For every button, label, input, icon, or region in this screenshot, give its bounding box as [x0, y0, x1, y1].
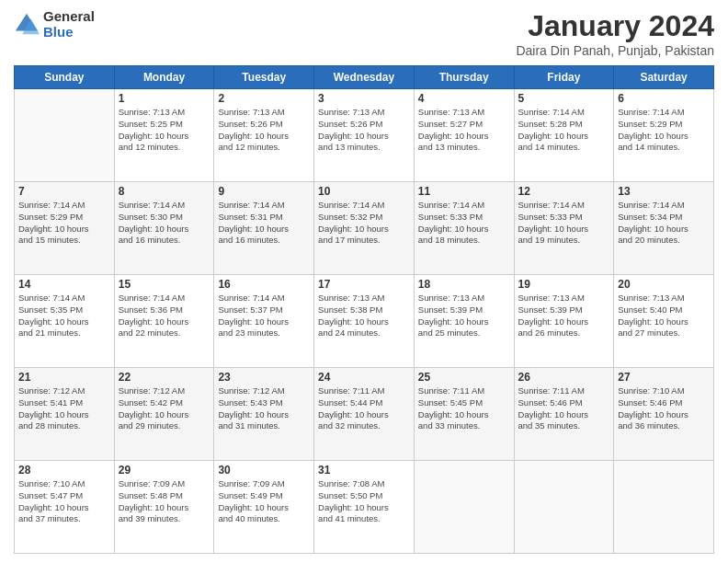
day-info: Sunrise: 7:14 AM Sunset: 5:37 PM Dayligh…: [218, 293, 310, 339]
page: General Blue January 2024 Daira Din Pana…: [0, 0, 728, 563]
day-cell: 5Sunrise: 7:14 AM Sunset: 5:28 PM Daylig…: [514, 89, 614, 182]
day-cell: 31Sunrise: 7:08 AM Sunset: 5:50 PM Dayli…: [314, 461, 415, 554]
header-row: SundayMondayTuesdayWednesdayThursdayFrid…: [15, 66, 714, 89]
logo-blue-text: Blue: [43, 25, 95, 40]
week-row-4: 21Sunrise: 7:12 AM Sunset: 5:41 PM Dayli…: [15, 368, 714, 461]
week-row-1: 1Sunrise: 7:13 AM Sunset: 5:25 PM Daylig…: [15, 89, 714, 182]
day-cell: [414, 461, 514, 554]
day-info: Sunrise: 7:12 AM Sunset: 5:41 PM Dayligh…: [18, 385, 110, 432]
day-info: Sunrise: 7:13 AM Sunset: 5:25 PM Dayligh…: [119, 107, 210, 154]
day-cell: 27Sunrise: 7:10 AM Sunset: 5:46 PM Dayli…: [614, 368, 714, 461]
day-number: 24: [318, 371, 410, 384]
header: General Blue January 2024 Daira Din Pana…: [14, 9, 714, 58]
title-block: January 2024 Daira Din Panah, Punjab, Pa…: [516, 9, 714, 58]
day-number: 8: [119, 185, 210, 198]
day-number: 19: [518, 278, 610, 291]
day-number: 9: [218, 185, 310, 198]
day-info: Sunrise: 7:08 AM Sunset: 5:50 PM Dayligh…: [318, 478, 410, 525]
logo: General Blue: [14, 9, 95, 40]
day-info: Sunrise: 7:13 AM Sunset: 5:39 PM Dayligh…: [418, 293, 510, 339]
day-cell: 4Sunrise: 7:13 AM Sunset: 5:27 PM Daylig…: [414, 89, 514, 182]
day-number: 14: [18, 278, 110, 291]
day-info: Sunrise: 7:13 AM Sunset: 5:26 PM Dayligh…: [318, 107, 410, 154]
day-cell: 12Sunrise: 7:14 AM Sunset: 5:33 PM Dayli…: [514, 182, 614, 275]
day-cell: 19Sunrise: 7:13 AM Sunset: 5:39 PM Dayli…: [514, 275, 614, 368]
day-number: 4: [418, 92, 510, 105]
location: Daira Din Panah, Punjab, Pakistan: [516, 43, 714, 58]
week-row-2: 7Sunrise: 7:14 AM Sunset: 5:29 PM Daylig…: [15, 182, 714, 275]
day-cell: 30Sunrise: 7:09 AM Sunset: 5:49 PM Dayli…: [214, 461, 314, 554]
day-info: Sunrise: 7:14 AM Sunset: 5:31 PM Dayligh…: [218, 200, 310, 247]
day-cell: 13Sunrise: 7:14 AM Sunset: 5:34 PM Dayli…: [614, 182, 714, 275]
day-info: Sunrise: 7:14 AM Sunset: 5:29 PM Dayligh…: [618, 107, 710, 154]
day-info: Sunrise: 7:11 AM Sunset: 5:45 PM Dayligh…: [418, 385, 510, 432]
day-number: 22: [119, 371, 210, 384]
day-cell: 25Sunrise: 7:11 AM Sunset: 5:45 PM Dayli…: [414, 368, 514, 461]
day-number: 11: [418, 185, 510, 198]
day-info: Sunrise: 7:13 AM Sunset: 5:26 PM Dayligh…: [218, 107, 310, 154]
day-info: Sunrise: 7:14 AM Sunset: 5:33 PM Dayligh…: [518, 200, 610, 247]
day-info: Sunrise: 7:10 AM Sunset: 5:46 PM Dayligh…: [618, 385, 710, 432]
day-number: 7: [18, 185, 110, 198]
day-number: 18: [418, 278, 510, 291]
day-info: Sunrise: 7:12 AM Sunset: 5:43 PM Dayligh…: [218, 385, 310, 432]
day-cell: 8Sunrise: 7:14 AM Sunset: 5:30 PM Daylig…: [114, 182, 214, 275]
month-title: January 2024: [516, 9, 714, 43]
day-number: 15: [119, 278, 210, 291]
day-cell: 16Sunrise: 7:14 AM Sunset: 5:37 PM Dayli…: [214, 275, 314, 368]
col-header-thursday: Thursday: [414, 66, 514, 89]
day-cell: [614, 461, 714, 554]
day-number: 10: [318, 185, 410, 198]
day-number: 1: [119, 92, 210, 105]
day-number: 30: [218, 464, 310, 477]
day-cell: 10Sunrise: 7:14 AM Sunset: 5:32 PM Dayli…: [314, 182, 415, 275]
day-cell: 24Sunrise: 7:11 AM Sunset: 5:44 PM Dayli…: [314, 368, 415, 461]
calendar-table: SundayMondayTuesdayWednesdayThursdayFrid…: [14, 65, 714, 554]
day-info: Sunrise: 7:12 AM Sunset: 5:42 PM Dayligh…: [119, 385, 210, 432]
logo-icon: [14, 12, 40, 38]
day-info: Sunrise: 7:14 AM Sunset: 5:30 PM Dayligh…: [119, 200, 210, 247]
day-number: 28: [18, 464, 110, 477]
day-cell: 23Sunrise: 7:12 AM Sunset: 5:43 PM Dayli…: [214, 368, 314, 461]
day-number: 27: [618, 371, 710, 384]
col-header-monday: Monday: [114, 66, 214, 89]
day-number: 13: [618, 185, 710, 198]
col-header-saturday: Saturday: [614, 66, 714, 89]
day-cell: 22Sunrise: 7:12 AM Sunset: 5:42 PM Dayli…: [114, 368, 214, 461]
day-info: Sunrise: 7:13 AM Sunset: 5:39 PM Dayligh…: [518, 293, 610, 339]
day-info: Sunrise: 7:14 AM Sunset: 5:35 PM Dayligh…: [18, 293, 110, 339]
day-info: Sunrise: 7:13 AM Sunset: 5:38 PM Dayligh…: [318, 293, 410, 339]
week-row-5: 28Sunrise: 7:10 AM Sunset: 5:47 PM Dayli…: [15, 461, 714, 554]
week-row-3: 14Sunrise: 7:14 AM Sunset: 5:35 PM Dayli…: [15, 275, 714, 368]
day-info: Sunrise: 7:14 AM Sunset: 5:32 PM Dayligh…: [318, 200, 410, 247]
col-header-friday: Friday: [514, 66, 614, 89]
day-info: Sunrise: 7:14 AM Sunset: 5:34 PM Dayligh…: [618, 200, 710, 247]
day-cell: 6Sunrise: 7:14 AM Sunset: 5:29 PM Daylig…: [614, 89, 714, 182]
day-number: 16: [218, 278, 310, 291]
day-info: Sunrise: 7:11 AM Sunset: 5:46 PM Dayligh…: [518, 385, 610, 432]
day-cell: 14Sunrise: 7:14 AM Sunset: 5:35 PM Dayli…: [15, 275, 115, 368]
day-cell: 26Sunrise: 7:11 AM Sunset: 5:46 PM Dayli…: [514, 368, 614, 461]
day-cell: 28Sunrise: 7:10 AM Sunset: 5:47 PM Dayli…: [15, 461, 115, 554]
day-number: 5: [518, 92, 610, 105]
day-number: 31: [318, 464, 410, 477]
day-cell: 29Sunrise: 7:09 AM Sunset: 5:48 PM Dayli…: [114, 461, 214, 554]
day-cell: [514, 461, 614, 554]
day-info: Sunrise: 7:14 AM Sunset: 5:33 PM Dayligh…: [418, 200, 510, 247]
day-info: Sunrise: 7:14 AM Sunset: 5:28 PM Dayligh…: [518, 107, 610, 154]
day-cell: 20Sunrise: 7:13 AM Sunset: 5:40 PM Dayli…: [614, 275, 714, 368]
day-number: 2: [218, 92, 310, 105]
day-number: 12: [518, 185, 610, 198]
col-header-tuesday: Tuesday: [214, 66, 314, 89]
day-info: Sunrise: 7:09 AM Sunset: 5:48 PM Dayligh…: [119, 478, 210, 525]
day-number: 6: [618, 92, 710, 105]
day-info: Sunrise: 7:13 AM Sunset: 5:40 PM Dayligh…: [618, 293, 710, 339]
day-number: 23: [218, 371, 310, 384]
day-cell: 3Sunrise: 7:13 AM Sunset: 5:26 PM Daylig…: [314, 89, 415, 182]
day-cell: 7Sunrise: 7:14 AM Sunset: 5:29 PM Daylig…: [15, 182, 115, 275]
col-header-sunday: Sunday: [15, 66, 115, 89]
day-number: 26: [518, 371, 610, 384]
day-cell: 15Sunrise: 7:14 AM Sunset: 5:36 PM Dayli…: [114, 275, 214, 368]
day-number: 21: [18, 371, 110, 384]
day-cell: 17Sunrise: 7:13 AM Sunset: 5:38 PM Dayli…: [314, 275, 415, 368]
